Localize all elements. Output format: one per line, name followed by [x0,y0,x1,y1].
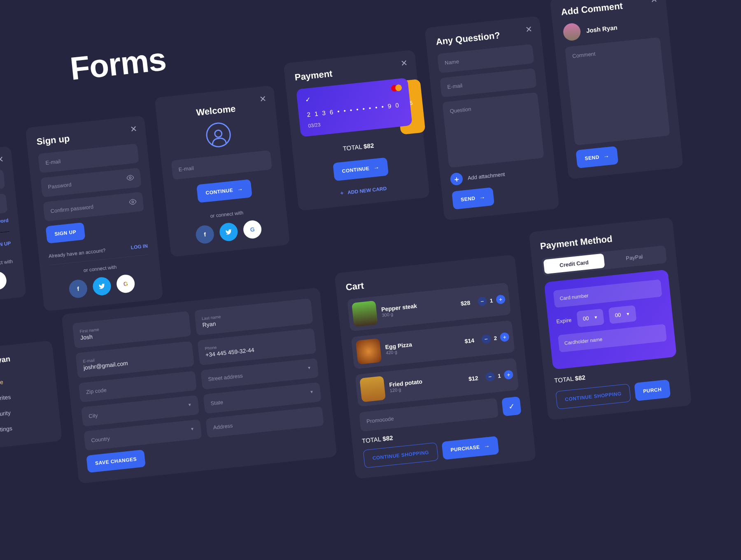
item-image [352,301,378,327]
svg-point-1 [129,177,131,179]
item-price: $14 [464,337,475,344]
profile-name: Josh Ryan [0,351,44,367]
cart-card: Cart Pepper steak300 g $28 − 1 + Egg Piz… [334,254,536,479]
qty-value: 1 [489,297,493,304]
question-card: ✕ Any Question? Name E-mail Question ＋ A… [424,16,559,221]
payment-card: ✕ Payment 4 5 02/ 2 1 3 6 • • • • • • • … [283,50,430,211]
password-field[interactable]: Password [40,168,142,197]
credit-card-form: Card number Expire 00▼ 00▼ Cardholder na… [544,269,677,369]
tab-credit-card[interactable]: Credit Card [543,253,605,274]
chevron-down-icon: ▼ [307,365,312,370]
eye-icon[interactable] [126,173,134,183]
facebook-icon[interactable]: f [68,279,88,299]
facebook-icon[interactable]: f [195,224,215,244]
svg-point-2 [132,201,134,203]
email-field[interactable]: E-mail [38,143,139,173]
apply-promo-button[interactable]: ✓ [501,396,521,416]
connect-label: connect with [0,259,13,270]
item-price: $28 [460,299,471,307]
google-icon[interactable]: G [242,219,262,239]
expire-year-select[interactable]: 00▼ [608,305,636,324]
login-card-partial: ✕ ot password SIGN UP connect with G [0,146,26,304]
email-field[interactable]: E-mail [440,68,537,97]
arrow-right-icon: → [479,194,486,201]
send-button[interactable]: SEND→ [452,187,494,210]
cardholder-name-field[interactable]: Cardholder name [558,324,667,352]
arrow-right-icon: → [484,443,490,450]
twitter-icon[interactable] [92,276,112,296]
twitter-icon[interactable] [219,222,238,242]
comment-field[interactable]: Comment [565,37,670,145]
chevron-down-icon: ▼ [626,312,630,317]
continue-button[interactable]: CONTINUE→ [196,179,252,203]
field[interactable] [0,169,5,194]
continue-button[interactable]: CONTINUE→ [333,157,389,181]
plus-icon: ＋ [450,172,464,186]
chevron-down-icon: ▼ [310,390,314,394]
confirm-password-field[interactable]: Confirm password [43,192,144,222]
comment-card: ✕ Add Comment Josh Ryan Comment SEND→ [550,0,683,179]
arrow-right-icon: → [373,164,380,171]
credit-card[interactable]: 2 1 3 6 • • • • • • • • 9 0 03/23 [296,78,412,137]
user-icon [205,121,232,149]
signup-button[interactable]: SIGN UP [46,222,86,243]
expire-label: Expire [556,317,572,324]
card-number-field[interactable]: Card number [553,279,662,308]
profile-menu-card: Josh Ryan profile favorites security set… [0,341,62,450]
send-button[interactable]: SEND→ [576,146,618,168]
forgot-password-link[interactable]: ot password [0,217,9,229]
card-title: Welcome [166,100,266,121]
close-icon[interactable]: ✕ [259,93,267,104]
google-icon[interactable]: G [0,271,7,291]
signup-card: ✕ Sign up E-mail Password Confirm passwo… [25,115,163,311]
check-icon [305,96,311,103]
already-label: Already have an account? [48,247,105,259]
qty-value: 2 [494,335,497,341]
card-title: Sign up [36,126,136,147]
chevron-down-icon: ▼ [190,427,194,432]
add-attachment-button[interactable]: ＋ Add attachment [450,163,546,186]
continue-shopping-button[interactable]: CONTINUE SHOPPING [555,384,631,410]
chevron-down-icon: ▼ [594,315,598,320]
expire-month-select[interactable]: 00▼ [576,308,604,327]
qty-minus-button[interactable]: − [481,334,491,344]
card-title: Add Comment [561,0,657,18]
qty-plus-button[interactable]: + [503,370,513,380]
welcome-card: ✕ Welcome E-mail CONTINUE→ or connect wi… [154,85,290,257]
arrow-right-icon: → [603,153,610,160]
close-icon[interactable]: ✕ [525,24,533,35]
add-new-card-button[interactable]: ＋ADD NEW CARD [307,182,419,200]
question-field[interactable]: Question [442,92,544,168]
payment-method-card: Payment Method Credit Card PayPal Card n… [529,217,692,420]
profile-form-card: First name Josh Last name Ryan E-mail jo… [61,287,337,484]
qty-value: 1 [498,373,501,379]
name-field[interactable]: Name [437,44,534,73]
item-price: $12 [468,375,478,382]
continue-shopping-button[interactable]: CONTINUE SHOPPING [363,442,438,468]
plus-icon: ＋ [339,189,345,196]
total-line: TOTAL $82 [302,138,414,156]
close-icon[interactable]: ✕ [650,0,658,5]
tab-paypal[interactable]: PayPal [604,247,665,268]
google-icon[interactable]: G [116,274,135,294]
close-icon[interactable]: ✕ [130,124,137,134]
arrow-right-icon: → [237,186,243,193]
qty-minus-button[interactable]: − [477,296,487,306]
item-image [356,338,382,364]
qty-minus-button[interactable]: − [485,372,495,382]
signup-link[interactable]: SIGN UP [0,240,11,252]
close-icon[interactable]: ✕ [0,154,4,165]
email-field[interactable]: E-mail [171,150,273,180]
field[interactable] [0,193,8,217]
mastercard-logo-icon [391,84,402,92]
qty-plus-button[interactable]: + [496,294,506,304]
avatar [562,22,581,41]
close-icon[interactable]: ✕ [400,58,408,69]
chevron-down-icon: ▼ [187,402,192,407]
purchase-button[interactable]: PURCH [634,380,671,401]
eye-icon[interactable] [129,198,137,208]
purchase-button[interactable]: PURCHASE→ [441,436,499,460]
login-link[interactable]: LOG IN [130,243,148,250]
item-image [359,376,386,402]
qty-plus-button[interactable]: + [500,332,510,342]
